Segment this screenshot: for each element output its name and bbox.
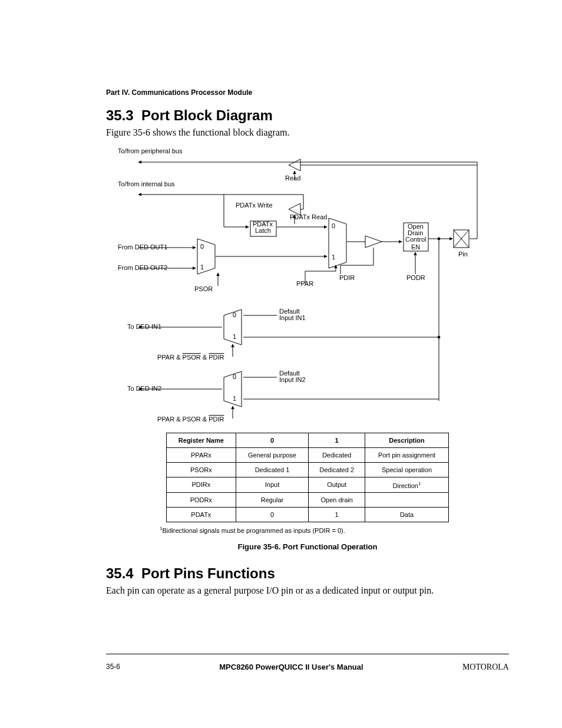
table-row: PPARx General purpose Dedicated Port pin… [167, 447, 449, 462]
pdatx-latch-l2: Latch [255, 227, 271, 235]
cond2-label: PPAR & PSOR & PDIR [157, 416, 224, 423]
in2-mux-1: 1 [233, 395, 236, 403]
table-row: PDATx 0 1 Data [167, 508, 449, 522]
register-table: Register Name 0 1 Description PPARx Gene… [166, 433, 449, 523]
table-header-row: Register Name 0 1 Description [167, 433, 449, 447]
in2-mux-0: 0 [233, 373, 236, 381]
to-ded-in2-label: To DED IN2 [127, 385, 161, 393]
in1-mux-1: 1 [233, 333, 236, 341]
th-regname: Register Name [167, 433, 236, 447]
from-ded-out2-label: From DED OUT2 [118, 264, 167, 272]
ppar-mux-0: 0 [332, 222, 335, 230]
default-in1-l2: Input IN1 [279, 314, 306, 322]
page-footer: 35-6 MPC8260 PowerQUICC II User's Manual… [106, 654, 509, 672]
ppar-label: PPAR [296, 280, 313, 288]
table-row: PODRx Regular Open drain [167, 493, 449, 508]
en-label: EN [411, 243, 420, 251]
psor-label: PSOR [194, 285, 213, 293]
cond1-label: PPAR & PSOR & PDIR [157, 354, 224, 361]
pdatx-read-label: PDATx Read [290, 213, 327, 221]
podr-label: PODR [406, 274, 425, 282]
section-35-3-title: 35.3 Port Block Diagram [106, 107, 509, 124]
table-footnote: 1Bidirectional signals must be programme… [160, 526, 509, 534]
psor-mux-1: 1 [200, 263, 204, 271]
figure-caption: Figure 35-6. Port Functional Operation [106, 542, 509, 551]
in1-mux-0: 0 [233, 311, 236, 319]
pdatx-write-label: PDATx Write [236, 202, 273, 209]
section-num: 35.4 [106, 565, 134, 581]
table-row: PSORx Dedicated 1 Dedicated 2 Special op… [167, 462, 449, 477]
pin-label: Pin [458, 251, 468, 258]
odc-l3: Control [405, 236, 426, 243]
read-label: Read [285, 174, 300, 182]
brand-name: MOTOROLA [462, 663, 509, 672]
section-title-text: Port Block Diagram [141, 107, 273, 123]
page-number: 35-6 [106, 663, 120, 672]
internal-bus-label: To/from internal bus [118, 180, 175, 188]
svg-point-32 [438, 238, 440, 240]
manual-title: MPC8260 PowerQUICC II User's Manual [219, 663, 363, 672]
part-header: Part IV. Communications Processor Module [106, 88, 509, 97]
section-title-text: Port Pins Functions [141, 565, 275, 581]
pdir-label: PDIR [339, 274, 355, 282]
section-num: 35.3 [106, 107, 134, 123]
th-0: 0 [236, 433, 309, 447]
to-ded-in1-label: To DED IN1 [127, 323, 161, 331]
ppar-mux-1: 1 [332, 253, 335, 261]
section-35-3-para: Figure 35-6 shows the functional block d… [106, 126, 509, 139]
table-row: PDIRx Input Output Direction1 [167, 477, 449, 493]
figure-35-6-diagram: To/from peripheral bus To/from internal … [106, 147, 509, 424]
th-1: 1 [309, 433, 365, 447]
psor-mux-0: 0 [200, 243, 204, 251]
section-35-4-para: Each pin can operate as a general purpos… [106, 584, 509, 597]
th-desc: Description [365, 433, 449, 447]
from-ded-out1-label: From DED OUT1 [118, 243, 167, 251]
svg-point-36 [438, 336, 440, 338]
default-in2-l2: Input IN2 [279, 376, 306, 384]
periph-bus-label: To/from peripheral bus [118, 147, 182, 155]
section-35-4-title: 35.4 Port Pins Functions [106, 565, 509, 582]
